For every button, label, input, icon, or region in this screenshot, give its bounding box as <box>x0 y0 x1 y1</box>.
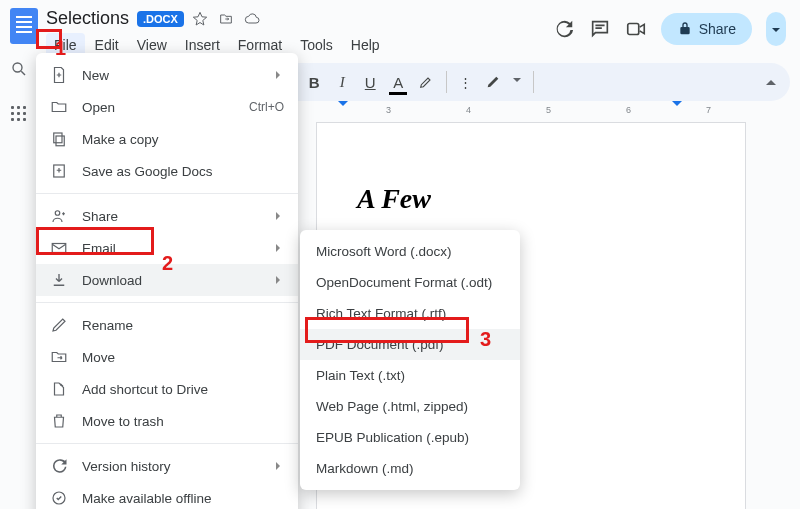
fm-share[interactable]: Share <box>36 200 298 232</box>
share-button[interactable]: Share <box>661 13 752 45</box>
italic-button[interactable]: I <box>334 74 350 91</box>
dl-html[interactable]: Web Page (.html, zipped) <box>300 391 520 422</box>
highlight-icon[interactable] <box>418 74 434 90</box>
svg-rect-2 <box>56 136 64 146</box>
svg-rect-3 <box>54 133 62 143</box>
dl-txt[interactable]: Plain Text (.txt) <box>300 360 520 391</box>
offline-icon <box>50 489 68 507</box>
fm-new[interactable]: New <box>36 59 298 91</box>
copy-icon <box>50 130 68 148</box>
annotation-label-2: 2 <box>162 252 173 275</box>
move-icon[interactable] <box>218 11 234 27</box>
menu-tools[interactable]: Tools <box>292 33 341 57</box>
outline-icon[interactable] <box>11 106 27 122</box>
fm-offline[interactable]: Make available offline <box>36 482 298 509</box>
pencil-icon <box>50 316 68 334</box>
file-menu: New OpenCtrl+O Make a copy Save as Googl… <box>36 53 298 509</box>
annotation-label-3: 3 <box>480 328 491 351</box>
shortcut-icon <box>50 380 68 398</box>
dl-rtf[interactable]: Rich Text Format (.rtf) <box>300 298 520 329</box>
bold-button[interactable]: B <box>306 74 322 91</box>
menu-help[interactable]: Help <box>343 33 388 57</box>
doc-content-heading[interactable]: A Few <box>357 183 705 215</box>
fm-move[interactable]: Move <box>36 341 298 373</box>
dl-docx[interactable]: Microsoft Word (.docx) <box>300 236 520 267</box>
pen-icon[interactable] <box>485 74 501 90</box>
doc-type-badge: .DOCX <box>137 11 184 27</box>
svg-rect-6 <box>52 244 66 253</box>
fm-save-as-gdocs[interactable]: Save as Google Docs <box>36 155 298 187</box>
fm-make-copy[interactable]: Make a copy <box>36 123 298 155</box>
comment-icon[interactable] <box>589 18 611 40</box>
more-vert-icon[interactable]: ⋮ <box>459 75 473 90</box>
fm-add-shortcut[interactable]: Add shortcut to Drive <box>36 373 298 405</box>
download-icon <box>50 271 68 289</box>
doc-title[interactable]: Selections <box>46 8 129 29</box>
share-label: Share <box>699 21 736 37</box>
move-folder-icon <box>50 348 68 366</box>
text-color-button[interactable]: A <box>390 74 406 91</box>
svg-point-1 <box>13 63 22 72</box>
history-icon[interactable] <box>553 18 575 40</box>
annotation-label-1: 1 <box>55 37 66 60</box>
fm-open[interactable]: OpenCtrl+O <box>36 91 298 123</box>
fm-trash[interactable]: Move to trash <box>36 405 298 437</box>
docs-logo-icon[interactable] <box>10 8 38 44</box>
cloud-check-icon[interactable] <box>244 11 260 27</box>
share-caret-button[interactable] <box>766 12 786 46</box>
save-icon <box>50 162 68 180</box>
mail-icon <box>50 239 68 257</box>
meet-icon[interactable] <box>625 18 647 40</box>
svg-rect-0 <box>627 24 638 35</box>
svg-point-5 <box>55 211 60 216</box>
dl-epub[interactable]: EPUB Publication (.epub) <box>300 422 520 453</box>
history-icon <box>50 457 68 475</box>
chevron-up-icon[interactable] <box>766 75 776 85</box>
dl-odt[interactable]: OpenDocument Format (.odt) <box>300 267 520 298</box>
download-submenu: Microsoft Word (.docx) OpenDocument Form… <box>300 230 520 490</box>
fm-rename[interactable]: Rename <box>36 309 298 341</box>
folder-open-icon <box>50 98 68 116</box>
fm-version-history[interactable]: Version history <box>36 450 298 482</box>
star-icon[interactable] <box>192 11 208 27</box>
file-plus-icon <box>50 66 68 84</box>
dl-md[interactable]: Markdown (.md) <box>300 453 520 484</box>
doc-header: Selections .DOCX File Edit View Insert F… <box>0 0 800 57</box>
user-plus-icon <box>50 207 68 225</box>
trash-icon <box>50 412 68 430</box>
left-rail <box>10 60 28 122</box>
search-icon[interactable] <box>10 60 28 78</box>
underline-button[interactable]: U <box>362 74 378 91</box>
